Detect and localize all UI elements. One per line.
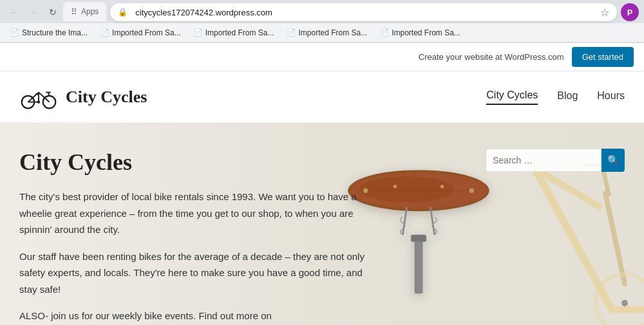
hero-paragraph-2: Our staff have been renting bikes for th… <box>19 248 380 298</box>
apps-icon: ⠿ <box>71 7 77 17</box>
lock-icon: 🔒 <box>118 8 128 17</box>
bookmark-imported-2[interactable]: 📄 Imported From Sa... <box>189 27 279 39</box>
bookmark-structure[interactable]: 📄 Structure the Ima... <box>5 27 93 39</box>
bookmark-icon-2: 📄 <box>100 28 109 37</box>
svg-point-30 <box>621 300 628 306</box>
svg-line-20 <box>430 207 434 235</box>
browser-chrome: ← → ↻ ⠿ Apps 🔒 citycycles172074242.wordp… <box>0 0 644 43</box>
bookmark-imported-1[interactable]: 📄 Imported From Sa... <box>95 27 186 39</box>
nav-hours[interactable]: Hours <box>597 90 625 104</box>
site-nav: City Cycles Blog Hours <box>486 89 625 105</box>
bike-logo-icon <box>19 84 58 110</box>
svg-rect-22 <box>411 235 426 242</box>
search-button[interactable]: 🔍 <box>601 149 625 172</box>
apps-tab[interactable]: ⠿ Apps <box>63 2 106 21</box>
get-started-button[interactable]: Get started <box>572 47 634 67</box>
nav-blog[interactable]: Blog <box>557 90 578 104</box>
hero-content: City Cycles The city's best provider of … <box>0 123 399 325</box>
hero-paragraph-1: The city's best provider of local bike r… <box>19 189 380 238</box>
reload-button[interactable]: ↻ <box>44 3 62 21</box>
bookmark-label-4: Imported From Sa... <box>298 28 367 37</box>
bookmark-icon-1: 📄 <box>10 28 19 37</box>
site-title: City Cycles <box>66 88 147 107</box>
bookmark-icon-5: 📄 <box>380 28 389 37</box>
bookmarks-bar: 📄 Structure the Ima... 📄 Imported From S… <box>0 23 644 42</box>
svg-line-19 <box>402 207 406 235</box>
svg-line-26 <box>605 194 625 284</box>
bookmark-label-5: Imported From Sa... <box>392 28 460 37</box>
site-header: City Cycles City Cycles Blog Hours <box>0 71 644 123</box>
search-icon: 🔍 <box>607 154 620 166</box>
search-input[interactable] <box>486 149 601 172</box>
svg-line-3 <box>39 92 50 102</box>
wp-promo-text: Create your website at WordPress.com <box>419 52 564 62</box>
svg-rect-21 <box>415 235 423 293</box>
site-logo: City Cycles <box>19 84 147 110</box>
bookmark-imported-3[interactable]: 📄 Imported From Sa... <box>281 27 372 39</box>
address-bar[interactable]: 🔒 citycycles172074242.wordpress.com ☆ <box>110 3 617 21</box>
svg-point-10 <box>37 100 41 104</box>
bookmark-label-3: Imported From Sa... <box>205 28 274 37</box>
back-button[interactable]: ← <box>5 3 23 21</box>
bookmark-icon-3: 📄 <box>194 28 203 37</box>
nav-city-cycles[interactable]: City Cycles <box>486 89 538 105</box>
profile-button[interactable]: P <box>621 3 639 21</box>
wordpress-top-bar: Create your website at WordPress.com Get… <box>0 43 644 71</box>
bookmark-label-1: Structure the Ima... <box>22 28 88 37</box>
hero-section: 🔍 City Cycles The city's best provider o… <box>0 123 644 325</box>
hero-paragraph-3: ALSO- join us for our weekly bike events… <box>19 308 380 324</box>
bookmark-label-2: Imported From Sa... <box>112 28 181 37</box>
forward-button[interactable]: → <box>24 3 43 21</box>
url-text: citycycles172074242.wordpress.com <box>135 8 594 17</box>
hero-title: City Cycles <box>19 149 380 176</box>
bookmark-imported-4[interactable]: 📄 Imported From Sa... <box>375 27 466 39</box>
svg-point-16 <box>469 188 474 192</box>
bookmark-icon-4: 📄 <box>287 28 296 37</box>
apps-tab-label: Apps <box>81 7 99 16</box>
bookmark-star-icon[interactable]: ☆ <box>600 6 609 19</box>
search-box: 🔍 <box>486 149 625 172</box>
tab-bar: ← → ↻ ⠿ Apps 🔒 citycycles172074242.wordp… <box>0 0 644 23</box>
svg-point-18 <box>440 185 444 188</box>
